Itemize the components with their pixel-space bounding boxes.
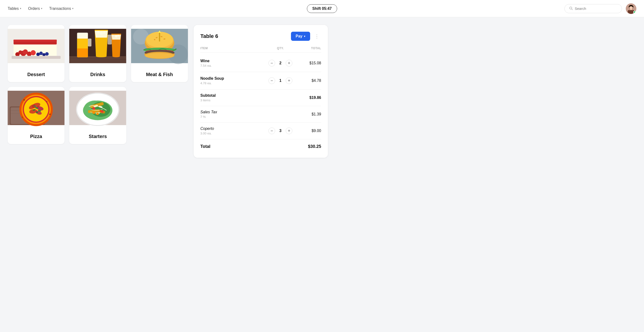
svg-point-31	[100, 32, 103, 35]
col-total: TOTAL	[297, 47, 321, 53]
wine-qty-value: 2	[278, 61, 283, 65]
nav-tables[interactable]: Tables ▾	[8, 7, 21, 11]
col-qty: QTY.	[264, 47, 297, 53]
chevron-down-icon: ▾	[41, 7, 42, 10]
nav-transactions-label: Transactions	[49, 7, 71, 11]
noodle-soup-total: $4.78	[297, 79, 321, 83]
category-card-dessert[interactable]: Dessert	[8, 25, 64, 82]
order-row-noodle-soup: Noodle Soup 4.78 ea. − 1 + $4.78	[200, 72, 321, 90]
order-table-header: ITEM QTY. TOTAL	[200, 47, 321, 53]
wine-item-info: Wine 7.54 ea.	[200, 59, 264, 67]
svg-point-32	[97, 31, 100, 34]
svg-point-78	[49, 114, 51, 115]
wine-qty-increase[interactable]: +	[286, 60, 292, 67]
order-row-wine: Wine 7.54 ea. − 2 + $15.08	[200, 55, 321, 72]
noodle-soup-price-ea: 4.78 ea.	[200, 81, 264, 85]
dessert-label: Dessert	[8, 67, 64, 82]
pizza-label: Pizza	[8, 129, 64, 144]
subtotal-label: Subtotal	[200, 93, 297, 98]
starters-image	[69, 87, 126, 129]
avatar[interactable]	[626, 3, 636, 14]
category-card-meat-fish[interactable]: Meat & Fish	[131, 25, 188, 82]
table-title: Table 6	[200, 33, 218, 39]
chevron-down-icon: ▾	[20, 7, 21, 10]
shift-badge[interactable]: Shift 05:47	[307, 4, 337, 13]
order-header: Table 6 Pay ▾ ⋮	[200, 32, 321, 41]
svg-point-34	[115, 35, 118, 38]
category-card-starters[interactable]: Starters	[69, 87, 126, 144]
svg-point-77	[46, 101, 48, 102]
noodle-soup-qty-value: 1	[278, 79, 283, 83]
category-card-pizza[interactable]: Pizza	[8, 87, 64, 144]
pay-chevron-icon: ▾	[304, 35, 305, 38]
nav-transactions[interactable]: Transactions ▾	[49, 7, 74, 11]
total-value: $30.25	[297, 144, 321, 149]
coperto-label: Coperto	[200, 126, 264, 131]
nav-tables-label: Tables	[8, 7, 19, 11]
wine-price-ea: 7.54 ea.	[200, 64, 264, 67]
order-panel: Table 6 Pay ▾ ⋮ ITEM QTY. TOTAL Wine 7.5…	[194, 25, 328, 158]
chevron-down-icon: ▾	[72, 7, 74, 10]
svg-point-79	[22, 117, 23, 118]
order-header-actions: Pay ▾ ⋮	[291, 32, 321, 41]
wine-qty-decrease[interactable]: −	[268, 60, 275, 67]
tax-sub: 7 %	[200, 115, 297, 119]
svg-rect-28	[77, 49, 88, 57]
category-card-drinks[interactable]: Drinks	[69, 25, 126, 82]
meat-fish-label: Meat & Fish	[131, 67, 188, 82]
search-input[interactable]	[575, 7, 618, 11]
svg-rect-26	[77, 33, 88, 39]
coperto-qty-decrease[interactable]: −	[268, 127, 275, 134]
drinks-label: Drinks	[69, 67, 126, 82]
header-actions	[564, 3, 636, 14]
nav-orders-label: Orders	[28, 7, 40, 11]
search-icon	[569, 6, 573, 11]
svg-point-13	[31, 50, 36, 55]
wine-qty-control: − 2 +	[264, 60, 297, 67]
svg-point-17	[39, 52, 43, 55]
header: Tables ▾ Orders ▾ Transactions ▾ Shift 0…	[0, 0, 644, 17]
pizza-image	[8, 87, 64, 129]
coperto-qty-value: 3	[278, 129, 283, 133]
search-bar[interactable]	[564, 4, 622, 13]
svg-point-18	[42, 53, 46, 56]
noodle-soup-qty-increase[interactable]: +	[286, 77, 292, 84]
starters-label: Starters	[69, 129, 126, 144]
nav-orders[interactable]: Orders ▾	[28, 7, 42, 11]
online-indicator	[633, 11, 636, 14]
svg-rect-22	[69, 56, 126, 63]
coperto-qty-increase[interactable]: +	[286, 127, 292, 134]
svg-point-55	[145, 53, 174, 59]
svg-rect-94	[96, 113, 99, 115]
main-content: Dessert	[0, 17, 336, 165]
total-row: Total $30.25	[200, 139, 321, 151]
meat-fish-image	[131, 25, 188, 67]
total-label: Total	[200, 144, 297, 149]
shift-section: Shift 05:47	[307, 4, 337, 13]
coperto-info: Coperto 3.00 ea.	[200, 126, 264, 135]
svg-point-19	[45, 52, 49, 56]
coperto-total: $9.00	[297, 129, 321, 133]
svg-point-96	[101, 110, 104, 113]
svg-rect-47	[159, 32, 160, 42]
noodle-soup-qty-control: − 1 +	[264, 77, 297, 84]
drinks-image	[69, 25, 126, 67]
svg-point-65	[24, 97, 48, 121]
dessert-image	[8, 25, 64, 67]
svg-point-15	[18, 50, 22, 54]
svg-rect-20	[12, 56, 61, 59]
noodle-soup-item-info: Noodle Soup 4.78 ea.	[200, 76, 264, 85]
svg-rect-30	[108, 35, 112, 44]
noodle-soup-qty-decrease[interactable]: −	[268, 77, 275, 84]
svg-line-1	[572, 9, 572, 10]
svg-point-76	[23, 99, 25, 101]
noodle-soup-name: Noodle Soup	[200, 76, 264, 81]
svg-point-33	[103, 32, 106, 34]
subtotal-row: Subtotal 3 items $19.86	[200, 90, 321, 106]
coperto-qty-control: − 3 +	[264, 127, 297, 134]
wine-total: $15.08	[297, 61, 321, 65]
svg-point-35	[118, 35, 119, 37]
pay-button[interactable]: Pay ▾	[291, 32, 310, 41]
col-item: ITEM	[200, 47, 264, 53]
more-options-button[interactable]: ⋮	[312, 32, 321, 40]
